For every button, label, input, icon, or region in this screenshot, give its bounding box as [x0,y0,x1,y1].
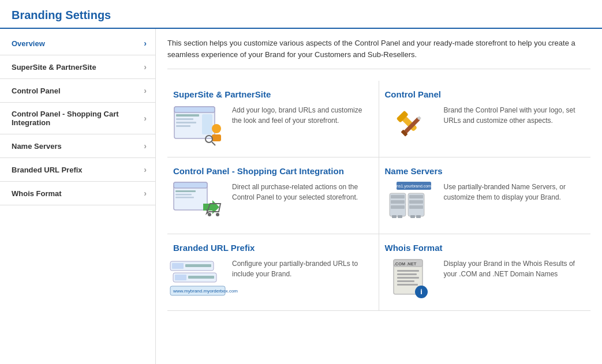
svg-rect-34 [392,215,397,218]
chevron-icon: › [144,189,147,198]
intro-text: This section helps you customize various… [167,37,590,69]
svg-rect-35 [398,215,402,218]
svg-line-10 [212,142,215,145]
svg-rect-33 [409,205,423,209]
sidebar-item-whois-format[interactable]: Whois Format› [0,182,155,205]
chevron-icon: › [144,39,147,48]
svg-rect-20 [175,197,194,198]
svg-rect-28 [391,200,405,204]
card-icon-branded-url: www.mybrand.myorderbox.com [173,258,225,299]
svg-point-7 [212,124,221,133]
card-body-shopping-cart: Direct all purchase-related actions on t… [173,182,367,222]
card-text-controlpanel: Brand the Control Panel with your logo, … [444,105,579,126]
card-text-branded-url: Configure your partially-branded URLs to… [232,258,367,279]
svg-text:www.mybrand.myorderbox.com: www.mybrand.myorderbox.com [173,288,238,294]
svg-rect-4 [176,122,196,123]
card-icon-supersite [173,105,225,145]
card-text-nameservers: Use partially-branded Name Servers, or c… [444,182,579,202]
page-title: Branding Settings [0,0,602,29]
card-shopping-cart: Control Panel - Shopping Cart Integratio… [167,157,379,234]
sidebar-item-label: Name Servers [12,142,62,151]
sidebar-item-overview[interactable]: Overview› [0,32,155,55]
sidebar-item-control-panel---shopping-cart-integration[interactable]: Control Panel - Shopping Cart Integratio… [0,103,155,134]
sidebar-item-label: Whois Format [12,189,62,198]
svg-text:i: i [420,287,422,296]
card-title-whois: Whois Format [385,243,579,253]
svg-rect-52 [397,280,414,282]
svg-text:.COM .NET: .COM .NET [394,261,416,267]
card-whois: Whois Format .COM .NET i Display your Br… [379,234,591,311]
svg-rect-19 [175,194,192,196]
card-branded-url: Branded URL Prefix www.mybrand.myorderbo… [167,234,379,311]
card-text-whois: Display your Brand in the Whois Results … [444,258,579,279]
svg-rect-53 [397,284,418,286]
card-title-supersite: SuperSite & PartnerSite [173,89,367,99]
svg-rect-17 [174,182,207,188]
sidebar: Overview›SuperSite & PartnerSite›Control… [0,29,156,364]
svg-rect-3 [176,118,193,120]
chevron-icon: › [144,141,147,151]
svg-point-22 [208,213,211,216]
svg-rect-32 [409,200,423,204]
svg-point-23 [216,213,219,216]
card-text-shopping-cart: Direct all purchase-related actions on t… [232,182,367,202]
sidebar-item-control-panel[interactable]: Control Panel› [0,79,155,103]
svg-rect-27 [391,195,405,198]
card-text-supersite: Add your logo, brand URLs and customize … [232,105,367,126]
sidebar-item-label: Control Panel [12,87,61,95]
card-nameservers: Name Servers ns1.yourbrand.com Use parti… [379,157,591,234]
sidebar-item-branded-url-prefix[interactable]: Branded URL Prefix› [0,158,155,182]
content-area: Overview›SuperSite & PartnerSite›Control… [0,29,602,364]
card-icon-whois: .COM .NET i [385,258,437,299]
sidebar-item-label: Overview [12,39,45,48]
svg-rect-8 [212,134,221,141]
svg-rect-49 [397,270,419,272]
svg-rect-40 [185,264,211,267]
svg-rect-18 [175,190,196,192]
card-body-controlpanel: Brand the Control Panel with your logo, … [385,105,579,145]
card-body-branded-url: www.mybrand.myorderbox.com Configure you… [173,258,367,299]
sidebar-item-label: Branded URL Prefix [12,166,83,174]
chevron-icon: › [144,114,147,123]
sidebar-item-supersite---partnersite[interactable]: SuperSite & PartnerSite› [0,55,155,79]
card-icon-shopping-cart [173,182,225,222]
card-title-nameservers: Name Servers [385,166,579,176]
sidebar-item-label: Control Panel - Shopping Cart Integratio… [12,110,144,127]
chevron-icon: › [144,165,147,174]
sidebar-item-name-servers[interactable]: Name Servers› [0,134,155,158]
svg-rect-39 [172,263,184,269]
svg-rect-36 [410,215,415,218]
svg-rect-42 [175,275,186,280]
card-body-whois: .COM .NET i Display your Brand in the Wh… [385,258,579,299]
card-title-controlpanel: Control Panel [385,89,579,99]
card-supersite: SuperSite & PartnerSite Add your logo, b… [167,81,379,157]
chevron-icon: › [144,86,147,95]
card-controlpanel: Control Panel Brand the Control Panel wi… [379,81,591,157]
main-content: This section helps you customize various… [156,29,602,364]
card-icon-nameservers: ns1.yourbrand.com [385,182,437,222]
svg-rect-29 [391,205,405,209]
svg-rect-31 [409,195,423,198]
svg-rect-1 [174,107,215,112]
svg-rect-6 [202,114,212,134]
svg-text:ns1.yourbrand.com: ns1.yourbrand.com [397,184,431,189]
chevron-icon: › [144,62,147,72]
card-icon-controlpanel [385,105,437,145]
svg-rect-43 [188,276,214,279]
svg-rect-51 [397,277,419,279]
svg-rect-2 [176,114,199,117]
card-title-branded-url: Branded URL Prefix [173,243,367,253]
sidebar-item-label: SuperSite & PartnerSite [12,63,96,72]
card-title-shopping-cart: Control Panel - Shopping Cart Integratio… [173,166,367,176]
card-body-nameservers: ns1.yourbrand.com Use partially-branded … [385,182,579,222]
page-container: Branding Settings Overview›SuperSite & P… [0,0,602,364]
cards-grid: SuperSite & PartnerSite Add your logo, b… [167,81,590,311]
svg-rect-37 [416,215,421,218]
svg-rect-50 [397,273,417,275]
card-body-supersite: Add your logo, brand URLs and customize … [173,105,367,145]
svg-rect-5 [176,125,190,127]
